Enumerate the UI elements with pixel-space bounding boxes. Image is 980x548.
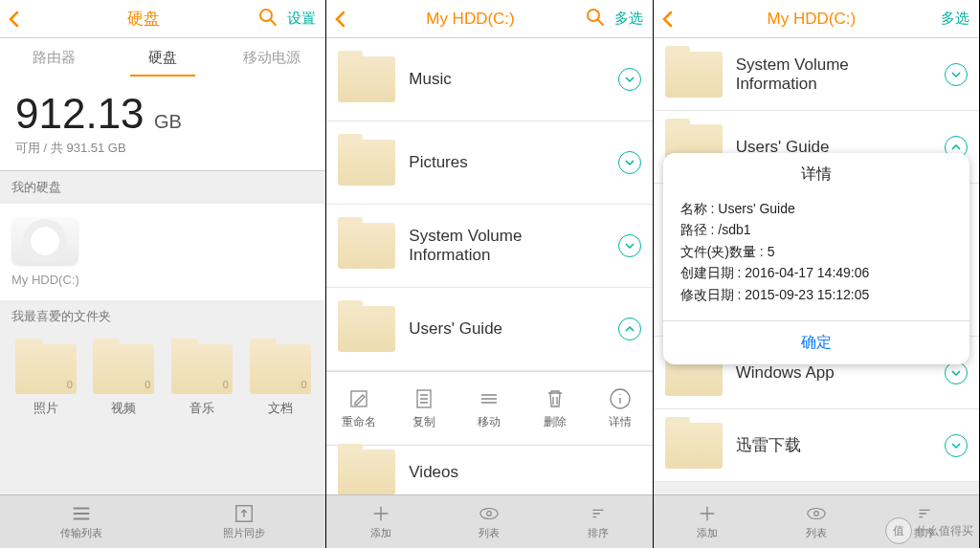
multiselect-link[interactable]: 多选	[614, 10, 643, 28]
action-move[interactable]: 移动	[457, 372, 522, 445]
folder-icon	[338, 56, 395, 102]
svg-line-1	[271, 20, 276, 25]
folder-icon	[665, 52, 723, 98]
header: My HDD(C:) 多选	[326, 0, 652, 38]
fav-videos[interactable]: 0 视频	[90, 344, 159, 417]
folder-row[interactable]: Music	[326, 38, 652, 121]
action-rename[interactable]: 重命名	[326, 372, 391, 445]
btn-add[interactable]: 添加	[654, 495, 762, 548]
details-dialog: 详情 名称 : Users' Guide 路径 : /sdb1 文件(夹)数量 …	[663, 153, 969, 364]
svg-point-10	[808, 509, 825, 519]
pane-details-dialog: My HDD(C:) 多选 System Volume Information …	[654, 0, 980, 548]
btn-list[interactable]: 列表	[762, 495, 870, 548]
header: 硬盘 设置	[0, 0, 325, 38]
folder-row[interactable]: System Volume Information	[326, 205, 652, 288]
folder-icon	[338, 223, 395, 269]
svg-point-9	[487, 512, 492, 516]
action-details[interactable]: 详情	[588, 372, 653, 445]
back-icon[interactable]	[326, 11, 355, 28]
tab-powerbank[interactable]: 移动电源	[217, 39, 325, 77]
btn-sort[interactable]: 排序	[544, 495, 652, 548]
detail-count: 文件(夹)数量 : 5	[680, 241, 952, 262]
dialog-title: 详情	[663, 153, 969, 194]
chevron-down-icon[interactable]	[618, 68, 641, 91]
detail-created: 创建日期 : 2016-04-17 14:49:06	[680, 262, 952, 283]
back-icon[interactable]	[654, 11, 682, 28]
pane-file-list: My HDD(C:) 多选 Music Pictures System Volu…	[326, 0, 653, 548]
dialog-ok-button[interactable]: 确定	[663, 320, 969, 364]
page-title: 硬盘	[29, 8, 258, 30]
folder-row[interactable]: 迅雷下载	[654, 409, 979, 482]
action-delete[interactable]: 删除	[523, 372, 588, 445]
file-list: Music Pictures System Volume Information…	[326, 38, 652, 548]
chevron-down-icon[interactable]	[618, 151, 641, 174]
svg-point-11	[814, 512, 819, 516]
section-my-drive: 我的硬盘	[0, 171, 325, 204]
row-action-bar: 重命名 复制 移动 删除 详情	[326, 371, 652, 446]
svg-point-3	[588, 10, 599, 21]
tab-disk[interactable]: 硬盘	[108, 39, 216, 77]
dialog-body: 名称 : Users' Guide 路径 : /sdb1 文件(夹)数量 : 5…	[663, 194, 969, 320]
storage-tabs: 路由器 硬盘 移动电源	[0, 38, 325, 77]
folder-icon	[338, 140, 395, 186]
btn-add[interactable]: 添加	[326, 495, 434, 548]
multiselect-link[interactable]: 多选	[941, 10, 969, 28]
header: My HDD(C:) 多选	[654, 0, 979, 38]
capacity-value: 912.13	[15, 90, 145, 137]
back-icon[interactable]	[0, 11, 29, 28]
page-title: My HDD(C:)	[682, 10, 941, 29]
chevron-down-icon[interactable]	[945, 434, 968, 457]
svg-line-4	[598, 20, 603, 25]
chevron-up-icon[interactable]	[618, 318, 641, 340]
chevron-down-icon[interactable]	[945, 63, 968, 86]
watermark-icon: 值	[885, 517, 912, 544]
favorites-grid: 0 照片 0 视频 0 音乐 0 文档	[0, 333, 325, 428]
drive-label: My HDD(C:)	[11, 273, 314, 287]
btn-transfer-list[interactable]: 传输列表	[0, 495, 163, 548]
btn-photo-sync[interactable]: 照片同步	[163, 495, 325, 548]
fav-docs[interactable]: 0 文档	[246, 344, 315, 417]
settings-link[interactable]: 设置	[287, 10, 316, 28]
pane-disk: 硬盘 设置 路由器 硬盘 移动电源 912.13 GB 可用 / 共 931.5…	[0, 0, 326, 548]
folder-row[interactable]: System Volume Information	[654, 38, 979, 111]
section-favorites: 我最喜爱的文件夹	[0, 300, 325, 333]
btn-list[interactable]: 列表	[435, 495, 544, 548]
bottom-bar: 添加 列表 排序	[326, 494, 652, 548]
watermark: 值 什么值得买	[885, 517, 973, 544]
action-copy[interactable]: 复制	[391, 372, 457, 445]
folder-row[interactable]: Videos	[326, 446, 652, 499]
folder-row[interactable]: Pictures	[326, 121, 652, 205]
chevron-down-icon[interactable]	[618, 234, 641, 257]
search-icon[interactable]	[586, 8, 605, 31]
capacity-card: 912.13 GB 可用 / 共 931.51 GB	[0, 77, 325, 171]
search-icon[interactable]	[258, 8, 278, 31]
folder-icon	[338, 449, 395, 495]
bottom-bar: 传输列表 照片同步	[0, 494, 325, 548]
chevron-down-icon[interactable]	[945, 362, 968, 384]
fav-photos[interactable]: 0 照片	[11, 344, 80, 417]
folder-row[interactable]: Users' Guide	[326, 288, 652, 371]
detail-path: 路径 : /sdb1	[680, 219, 952, 240]
drive-icon	[11, 217, 78, 265]
fav-music[interactable]: 0 音乐	[167, 344, 236, 417]
capacity-subtitle: 可用 / 共 931.51 GB	[15, 140, 310, 157]
folder-icon	[338, 306, 395, 352]
svg-point-8	[480, 509, 498, 519]
detail-name: 名称 : Users' Guide	[680, 198, 952, 219]
capacity-unit: GB	[154, 111, 182, 132]
tab-router[interactable]: 路由器	[0, 39, 108, 77]
svg-point-0	[260, 10, 272, 21]
drive-row[interactable]: My HDD(C:)	[0, 204, 325, 300]
detail-modified: 修改日期 : 2015-09-23 15:12:05	[680, 284, 952, 305]
page-title: My HDD(C:)	[355, 10, 585, 29]
folder-icon	[665, 423, 723, 469]
